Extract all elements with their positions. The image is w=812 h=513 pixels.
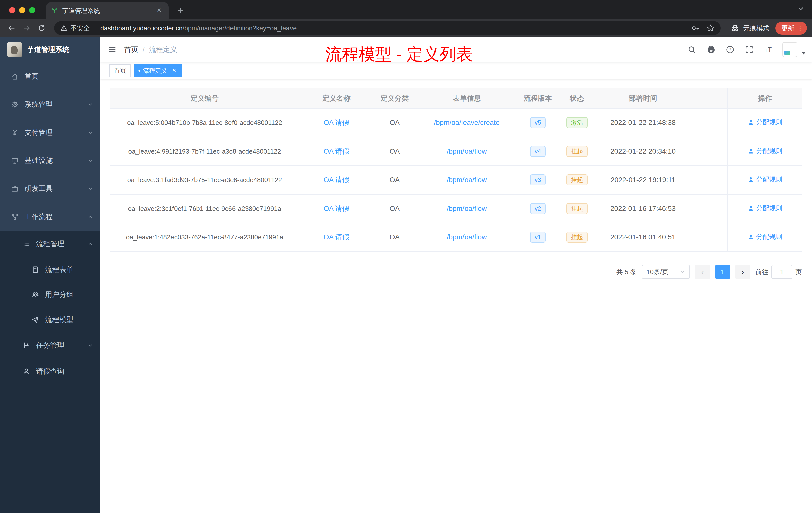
form-info-link[interactable]: /bpm/oa/flow bbox=[447, 205, 487, 212]
sidebar-item-devtools[interactable]: 研发工具 bbox=[0, 175, 100, 203]
breadcrumb-home[interactable]: 首页 bbox=[124, 45, 138, 55]
omnibox-divider bbox=[95, 25, 95, 32]
page-size-select[interactable]: 10条/页 bbox=[642, 265, 690, 279]
status-badge: 挂起 bbox=[567, 232, 587, 243]
definition-name-link[interactable]: OA 请假 bbox=[324, 147, 349, 155]
reload-icon[interactable] bbox=[35, 22, 48, 35]
chrome-update-button[interactable]: 更新 ⋮ bbox=[775, 22, 807, 35]
url-host: dashboard.yudao.iocoder.cn bbox=[100, 24, 182, 32]
assign-rule-link[interactable]: 分配规则 bbox=[748, 118, 782, 127]
version-badge: v3 bbox=[530, 175, 545, 185]
definition-name-link[interactable]: OA 请假 bbox=[324, 119, 349, 126]
definition-table: 定义编号 定义名称 定义分类 表单信息 流程版本 状态 部署时间 操作 oa_l… bbox=[111, 88, 802, 252]
sidebar-item-process-form[interactable]: 流程表单 bbox=[0, 257, 100, 282]
form-info-link[interactable]: /bpm/oa/flow bbox=[447, 147, 487, 155]
forward-icon[interactable] bbox=[20, 22, 33, 35]
font-size-icon[interactable] bbox=[760, 42, 776, 58]
incognito-badge[interactable]: 无痕模式 bbox=[731, 24, 769, 33]
fullscreen-icon[interactable] bbox=[741, 42, 757, 58]
sidebar-item-home[interactable]: 首页 bbox=[0, 62, 100, 90]
sidebar-item-workflow[interactable]: 工作流程 bbox=[0, 203, 100, 231]
sidebar-item-system[interactable]: 系统管理 bbox=[0, 90, 100, 118]
person-icon bbox=[23, 368, 30, 375]
tag-home[interactable]: 首页 bbox=[110, 64, 130, 77]
sidebar-item-process-management[interactable]: 流程管理 bbox=[0, 231, 100, 257]
sidebar-item-label: 基础设施 bbox=[25, 156, 81, 165]
form-info-link[interactable]: /bpm/oa/flow bbox=[447, 176, 487, 184]
sidebar-item-label: 支付管理 bbox=[25, 128, 81, 137]
sidebar-toggle-hamburger-icon[interactable] bbox=[100, 46, 124, 54]
status-badge: 挂起 bbox=[567, 203, 587, 214]
new-tab-button[interactable]: + bbox=[174, 4, 187, 17]
url-text: dashboard.yudao.iocoder.cn/bpm/manager/d… bbox=[100, 24, 692, 32]
github-icon[interactable] bbox=[703, 42, 719, 58]
col-process-version: 流程版本 bbox=[518, 88, 557, 109]
favicon-sprout-icon bbox=[51, 7, 58, 14]
window-close-button[interactable] bbox=[9, 7, 15, 13]
sidebar-item-task-management[interactable]: 任务管理 bbox=[0, 332, 100, 358]
security-chip[interactable]: 不安全 bbox=[60, 24, 90, 33]
definition-name-link[interactable]: OA 请假 bbox=[324, 205, 349, 212]
definition-name-link[interactable]: OA 请假 bbox=[324, 233, 349, 241]
page-unit-label: 页 bbox=[795, 268, 802, 276]
form-info-link[interactable]: /bpm/oa/leave/create bbox=[434, 119, 500, 126]
app-logo bbox=[7, 42, 22, 57]
deploy-time: 2022-01-16 17:46:53 bbox=[597, 194, 690, 223]
help-icon[interactable] bbox=[722, 42, 738, 58]
assign-rule-link[interactable]: 分配规则 bbox=[748, 175, 782, 184]
window-fullscreen-button[interactable] bbox=[29, 7, 35, 13]
form-info-link[interactable]: /bpm/oa/flow bbox=[447, 233, 487, 241]
password-key-icon[interactable] bbox=[692, 24, 699, 32]
sidebar-item-label: 流程表单 bbox=[45, 265, 93, 274]
menu-dots-icon[interactable]: ⋮ bbox=[797, 24, 804, 32]
next-page-button[interactable]: › bbox=[735, 265, 750, 279]
definition-id: oa_leave:4:991f2193-7b7f-11ec-a3c8-acde4… bbox=[111, 137, 299, 165]
chevron-down-icon bbox=[87, 101, 93, 108]
person-icon bbox=[748, 205, 754, 212]
assign-rule-link[interactable]: 分配规则 bbox=[748, 204, 782, 213]
pagination: 共 5 条 10条/页 ‹ 1 › 前往 页 bbox=[111, 265, 802, 279]
chevron-down-icon bbox=[679, 269, 686, 275]
definition-category: OA bbox=[374, 137, 415, 165]
col-form-info: 表单信息 bbox=[415, 88, 518, 109]
tag-process-definition[interactable]: ● 流程定义 × bbox=[134, 64, 182, 77]
sidebar-item-label: 流程管理 bbox=[36, 239, 81, 249]
current-page-button[interactable]: 1 bbox=[715, 265, 730, 279]
app-logo-row[interactable]: 芋道管理系统 bbox=[0, 37, 100, 62]
search-icon[interactable] bbox=[684, 42, 700, 58]
app-navbar: 首页 / 流程定义 bbox=[100, 37, 812, 62]
page-size-value: 10条/页 bbox=[646, 268, 668, 276]
window-minimize-button[interactable] bbox=[19, 7, 25, 13]
version-badge: v5 bbox=[530, 117, 545, 128]
tab-close-icon[interactable]: × bbox=[155, 6, 164, 15]
sidebar-item-user-group[interactable]: 用户分组 bbox=[0, 282, 100, 307]
sidebar-item-label: 流程模型 bbox=[45, 315, 93, 325]
tag-label: 流程定义 bbox=[143, 66, 167, 74]
assign-rule-link[interactable]: 分配规则 bbox=[748, 147, 782, 155]
bookmark-star-icon[interactable] bbox=[706, 24, 715, 32]
paper-plane-icon bbox=[32, 316, 39, 324]
user-avatar[interactable] bbox=[782, 42, 798, 57]
browser-tab[interactable]: 芋道管理系统 × bbox=[46, 2, 169, 19]
address-bar[interactable]: 不安全 dashboard.yudao.iocoder.cn/bpm/manag… bbox=[54, 21, 721, 35]
table-row: oa_leave:4:991f2193-7b7f-11ec-a3c8-acde4… bbox=[111, 137, 802, 165]
goto-page-input[interactable] bbox=[771, 265, 792, 279]
sidebar-item-leave-query[interactable]: 请假查询 bbox=[0, 358, 100, 385]
col-actions: 操作 bbox=[728, 88, 802, 109]
sidebar-item-process-model[interactable]: 流程模型 bbox=[0, 307, 100, 332]
assign-rule-link[interactable]: 分配规则 bbox=[748, 233, 782, 241]
sidebar-item-label: 研发工具 bbox=[25, 184, 81, 193]
tab-search-chevron-icon[interactable] bbox=[797, 4, 805, 12]
prev-page-button[interactable]: ‹ bbox=[695, 265, 710, 279]
tags-view-bar: 首页 ● 流程定义 × bbox=[100, 62, 812, 79]
flag-icon bbox=[23, 341, 30, 349]
sidebar-item-payment[interactable]: 支付管理 bbox=[0, 118, 100, 147]
back-icon[interactable] bbox=[5, 22, 18, 35]
tag-close-icon[interactable]: × bbox=[171, 67, 178, 74]
update-label: 更新 bbox=[781, 24, 794, 33]
sidebar-item-infra[interactable]: 基础设施 bbox=[0, 147, 100, 175]
col-definition-id: 定义编号 bbox=[111, 88, 299, 109]
status-badge: 激活 bbox=[567, 117, 587, 128]
avatar-caret-down-icon[interactable] bbox=[802, 52, 806, 55]
definition-name-link[interactable]: OA 请假 bbox=[324, 176, 349, 184]
